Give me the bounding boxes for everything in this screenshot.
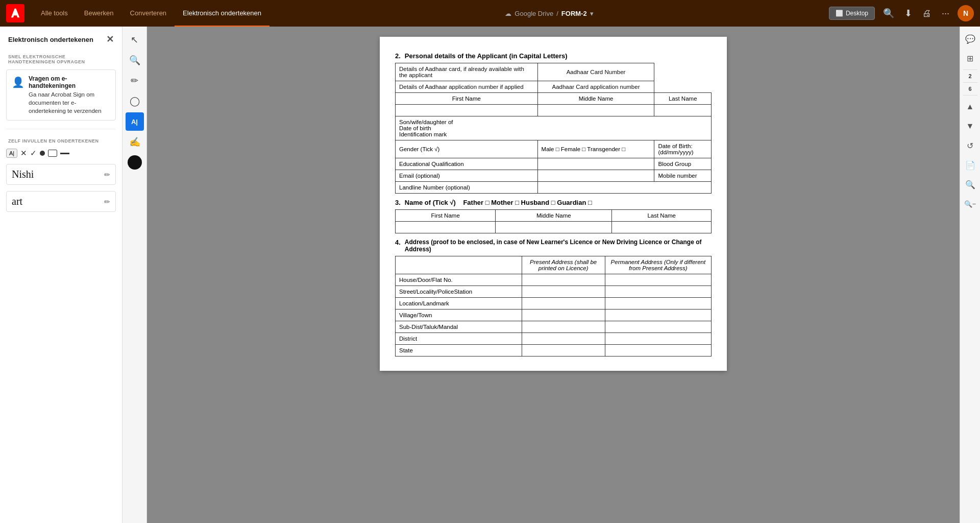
text-field-tool[interactable]: A| [126,112,144,131]
name-value-row [396,105,712,116]
aadhaar-value1: Aadhaar Card Number [537,63,654,81]
print-icon[interactable]: 🖨 [920,6,934,21]
divider3 [963,95,977,96]
draw-tool[interactable]: ✍ [126,133,144,151]
aadhaar-label1: Details of Aadhaar card, if already avai… [396,63,538,81]
section2-title: Personal details of the Applicant (in Ca… [405,52,568,60]
x-icon[interactable]: ✕ [20,149,27,158]
adobe-logo[interactable] [6,4,24,22]
section4-title: Address (proof to be enclosed, in case o… [405,239,712,253]
email-value [537,170,654,182]
text-tool-icon[interactable]: A| [6,149,17,158]
mobile-label: Mobile number [658,173,697,179]
sidebar-title: Elektronisch ondertekenen ✕ [0,27,122,49]
section2-heading: 2. Personal details of the Applicant (in… [395,52,712,60]
name3-first: First Name [396,210,496,222]
divider1 [963,69,977,70]
signature-item-1[interactable]: Nishi ✏ [6,164,116,185]
section3-heading: 3. Name of (Tick √) Father □ Mother □ Hu… [395,199,712,206]
signature-item-2[interactable]: art ✏ [6,191,116,212]
location-label: Location/Landmark [396,298,522,310]
nav-elektronisch[interactable]: Elektronisch ondertekenen [175,0,270,27]
gender-options: Male □ Female □ Transgender □ [537,140,654,158]
sidebar-divider [6,129,116,129]
first-name-header: First Name [396,93,538,105]
middle-name-cell [537,105,654,116]
card1-text: Ga naar Acrobat Sign om documenten ter e… [29,90,110,115]
separator: / [556,10,558,17]
name-row: First Name Middle Name Last Name [396,93,712,105]
addr-row-street: Street/Locality/PoliceStation [396,286,712,298]
last-name-cell [654,105,712,116]
subdist-permanent [605,321,711,333]
dot-icon[interactable] [40,151,45,156]
toolbar: Alle tools Bewerken Converteren Elektron… [0,0,980,27]
street-permanent [605,286,711,298]
color-picker[interactable] [128,155,142,170]
table-row: Details of Aadhaar card, if already avai… [396,63,712,81]
name3-last: Last Name [612,210,712,222]
first-name-cell [396,105,538,116]
chat-icon[interactable]: 💬 [962,31,978,47]
sig1-edit-icon[interactable]: ✏ [104,171,110,179]
pen-tool[interactable]: ✏ [126,72,144,90]
nav-converteren[interactable]: Converteren [122,0,175,27]
subdist-present [522,321,605,333]
grid-icon[interactable]: ⊞ [962,50,978,66]
zoom-tool[interactable]: 🔍 [126,51,144,69]
scroll-up-icon[interactable]: ▲ [962,99,978,115]
cursor-tool[interactable]: ↖ [126,31,144,49]
file-icon[interactable]: 📄 [962,157,978,173]
toolbar-nav: Alle tools Bewerken Converteren Elektron… [33,0,270,27]
addr-row-subdist: Sub-Dist/Taluk/Mandal [396,321,712,333]
village-label: Village/Town [396,310,522,321]
aadhaar-table: Details of Aadhaar card, if already avai… [395,63,712,194]
sidebar-card-content: Vragen om e-handtekeningen Ga naar Acrob… [29,75,110,115]
addr-permanent-header: Permanent Address (Only if different fro… [605,256,711,274]
highlight-tool[interactable]: ◯ [126,92,144,110]
zoom-in-icon[interactable]: 🔍 [962,176,978,193]
dob-cell: Date of Birth: (dd/mm/yyyy) [654,140,712,158]
more-icon[interactable]: ··· [940,6,951,21]
search-icon[interactable]: 🔍 [881,6,896,21]
sonwife-row: Son/wife/daughter of Date of birth Ident… [396,116,712,140]
edu-value [537,158,654,170]
nav-alle-tools[interactable]: Alle tools [33,0,76,27]
download-icon[interactable]: ⬇ [902,6,914,21]
house-present [522,274,605,286]
sig2-edit-icon[interactable]: ✏ [104,198,110,206]
address-table: Present Address (shall be printed on Lic… [395,256,712,356]
avatar[interactable]: N [958,5,974,21]
name3-row: First Name Middle Name Last Name [396,210,712,222]
edu-label: Educational Qualification [396,158,538,170]
village-permanent [605,310,711,321]
sig1-text: Nishi [12,169,34,180]
location-present [522,298,605,310]
line-icon[interactable] [60,153,69,154]
sonwife-label: Son/wife/daughter of Date of birth Ident… [396,116,712,140]
addr-row-village: Village/Town [396,310,712,321]
addr-header-row: Present Address (shall be printed on Lic… [396,256,712,274]
rect-icon[interactable] [48,150,57,157]
zoom-out-icon[interactable]: 🔍− [962,196,978,212]
nav-bewerken[interactable]: Bewerken [76,0,122,27]
filename[interactable]: FORM-2 [561,10,587,17]
refresh-icon[interactable]: ↺ [962,137,978,154]
sidebar: Elektronisch ondertekenen ✕ SNEL ELEKTRO… [0,27,122,523]
scroll-down-icon[interactable]: ▼ [962,118,978,134]
tools-panel: ↖ 🔍 ✏ ◯ A| ✍ [122,27,147,523]
landline-label: Landline Number (optional) [396,182,538,194]
email-label: Email (optional) [396,170,538,182]
sidebar-section1-label: SNEL ELEKTRONISCHE HANDTEKENINGEN OPVRAG… [0,49,122,66]
close-icon[interactable]: ✕ [106,34,114,45]
district-label: District [396,333,522,345]
dropdown-icon[interactable]: ▾ [590,10,594,17]
last-name-header: Last Name [654,93,712,105]
sign-card-icon: 👤 [12,76,24,88]
content-area[interactable]: 2. Personal details of the Applicant (in… [147,27,960,523]
sidebar-sign-card[interactable]: 👤 Vragen om e-handtekeningen Ga naar Acr… [6,69,116,121]
check-icon[interactable]: ✓ [30,149,37,158]
house-label: House/Door/Flat No. [396,274,522,286]
middle-name-header: Middle Name [537,93,654,105]
desktop-button[interactable]: ⬜ Desktop [829,7,875,20]
